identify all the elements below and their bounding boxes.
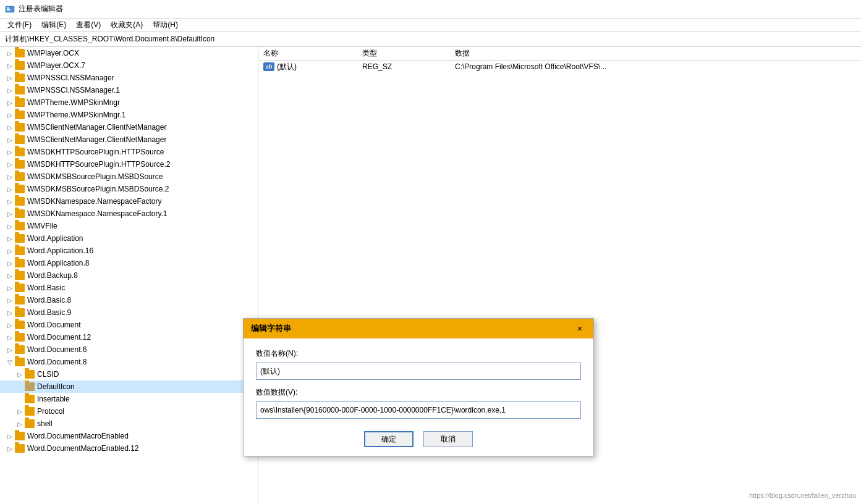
- expand-icon: ▷: [5, 233, 15, 243]
- folder-icon: [15, 444, 25, 453]
- tree-item-wordbasic[interactable]: ▷ Word.Basic: [0, 282, 258, 294]
- tree-item-wmsclient1[interactable]: ▷ WMSClientNetManager.ClientNetManager: [0, 121, 258, 133]
- expand-icon: ▷: [5, 61, 15, 70]
- dialog-cancel-button[interactable]: 取消: [423, 431, 473, 447]
- item-label: Word.Basic: [27, 284, 65, 292]
- tree-item-worddocmacro[interactable]: ▷ Word.DocumentMacroEnabled: [0, 430, 258, 442]
- tree-item-wordbackup[interactable]: ▷ Word.Backup.8: [0, 269, 258, 282]
- address-text: 计算机\HKEY_CLASSES_ROOT\Word.Document.8\De…: [5, 34, 214, 44]
- item-label: Insertable: [37, 395, 70, 403]
- folder-icon: [15, 271, 25, 280]
- tree-item-wordapp16[interactable]: ▷ Word.Application.16: [0, 245, 258, 257]
- tree-item-wmptheme[interactable]: ▷ WMPTheme.WMPSkinMngr: [0, 96, 258, 109]
- folder-icon: [15, 123, 25, 132]
- dialog-data-input[interactable]: [256, 401, 581, 419]
- tree-item-wmsdkhttp2[interactable]: ▷ WMSDKHTTPSourcePlugin.HTTPSource.2: [0, 158, 258, 170]
- expand-icon: ▷: [5, 295, 15, 305]
- tree-item-wmsdkns2[interactable]: ▷ WMSDKNamespace.NamespaceFactory.1: [0, 208, 258, 220]
- folder-icon: [25, 407, 35, 416]
- menu-help[interactable]: 帮助(H): [148, 19, 183, 32]
- title-text: 注册表编辑器: [19, 4, 63, 14]
- expand-icon: ▷: [5, 48, 15, 58]
- item-label: CLSID: [37, 370, 59, 379]
- tree-item-worddoc6[interactable]: ▷ Word.Document.6: [0, 343, 258, 356]
- item-label: WMPTheme.WMPSkinMngr: [27, 98, 120, 107]
- tree-item-wmsdkns1[interactable]: ▷ WMSDKNamespace.NamespaceFactory: [0, 195, 258, 208]
- dialog-confirm-button[interactable]: 确定: [364, 431, 414, 447]
- tree-item-protocol[interactable]: ▷ Protocol: [0, 405, 258, 418]
- tree-item-wmsdkhttp1[interactable]: ▷ WMSDKHTTPSourcePlugin.HTTPSource: [0, 146, 258, 158]
- tree-item-wmsclient2[interactable]: ▷ WMSClientNetManager.ClientNetManager: [0, 133, 258, 146]
- expand-icon: ▷: [5, 443, 15, 453]
- folder-icon: [15, 86, 25, 94]
- dialog-data-label: 数值数据(V):: [256, 387, 581, 398]
- cell-name-text: (默认): [277, 62, 297, 72]
- dialog-title: 编辑字符串: [251, 323, 291, 334]
- item-label: Word.Application: [27, 234, 83, 243]
- expand-icon: ▷: [15, 406, 25, 416]
- svg-rect-1: [7, 7, 9, 9]
- tree-item-wmsdkmsb2[interactable]: ▷ WMSDKMSBSourcePlugin.MSBDSource.2: [0, 183, 258, 195]
- table-row[interactable]: ab (默认) REG_SZ C:\Program Files\Microsof…: [258, 61, 861, 73]
- dialog-name-input[interactable]: [256, 363, 581, 380]
- title-bar: 注册表编辑器: [0, 0, 861, 19]
- item-label: Word.DocumentMacroEnabled: [27, 432, 129, 440]
- col-data: 数据: [450, 48, 861, 59]
- item-label: Word.Document.8: [27, 358, 87, 366]
- folder-icon: [15, 148, 25, 156]
- tree-item-wmptheme1[interactable]: ▷ WMPTheme.WMPSkinMngr.1: [0, 109, 258, 121]
- tree-item-wordapp[interactable]: ▷ Word.Application: [0, 232, 258, 245]
- tree-item-shell[interactable]: ▷ shell: [0, 418, 258, 430]
- item-label: WMSDKNamespace.NamespaceFactory.1: [27, 209, 168, 218]
- folder-icon: [15, 222, 25, 230]
- dialog-body: 数值名称(N): 数值数据(V): 确定 取消: [244, 338, 593, 456]
- tree-item-worddocmacro12[interactable]: ▷ Word.DocumentMacroEnabled.12: [0, 442, 258, 455]
- address-bar: 计算机\HKEY_CLASSES_ROOT\Word.Document.8\De…: [0, 32, 861, 47]
- ab-badge: ab: [263, 62, 274, 71]
- expand-icon: ▷: [5, 73, 15, 83]
- tree-item-wmpnssci[interactable]: ▷ WMPNSSCl.NSSManager: [0, 72, 258, 84]
- menu-file[interactable]: 文件(F): [2, 19, 36, 32]
- tree-item-defaulticon[interactable]: DefaultIcon: [0, 380, 258, 393]
- tree-item-wordbasic8[interactable]: ▷ Word.Basic.8: [0, 294, 258, 306]
- tree-item-worddoc12[interactable]: ▷ Word.Document.12: [0, 331, 258, 343]
- tree-item-clsid[interactable]: ▷ CLSID: [0, 368, 258, 380]
- item-label: WMSClientNetManager.ClientNetManager: [27, 135, 166, 144]
- item-label: WMPNSSCl.NSSManager: [27, 74, 114, 82]
- tree-scroll[interactable]: ▷ WMPlayer.OCX ▷ WMPlayer.OCX.7 ▷ WMPNSS…: [0, 47, 258, 504]
- tree-item-wordbasic9[interactable]: ▷ Word.Basic.9: [0, 306, 258, 319]
- expand-icon: ▷: [5, 271, 15, 280]
- folder-icon: [15, 135, 25, 144]
- folder-icon: [15, 61, 25, 70]
- menu-edit[interactable]: 编辑(E): [36, 19, 71, 32]
- col-type: 类型: [357, 48, 450, 59]
- item-label: WMSDKHTTPSourcePlugin.HTTPSource.2: [27, 160, 170, 169]
- app-icon: [5, 4, 15, 14]
- folder-icon: [15, 296, 25, 304]
- tree-item-wmplayer-ocx7[interactable]: ▷ WMPlayer.OCX.7: [0, 59, 258, 72]
- menu-bar: 文件(F) 编辑(E) 查看(V) 收藏夹(A) 帮助(H): [0, 19, 861, 32]
- tree-item-wordapp8[interactable]: ▷ Word.Application.8: [0, 257, 258, 269]
- tree-item-wmpnssci1[interactable]: ▷ WMPNSSCl.NSSManager.1: [0, 84, 258, 96]
- tree-item-worddoc8[interactable]: ▽ Word.Document.8: [0, 356, 258, 368]
- folder-icon: [25, 395, 35, 403]
- detail-header: 名称 类型 数据: [258, 47, 861, 61]
- folder-icon: [15, 333, 25, 342]
- edit-string-dialog[interactable]: 编辑字符串 × 数值名称(N): 数值数据(V): 确定 取消: [243, 318, 594, 456]
- cell-name: ab (默认): [261, 62, 360, 72]
- folder-icon: [15, 432, 25, 440]
- dialog-name-label: 数值名称(N):: [256, 348, 581, 359]
- item-label: WMPlayer.OCX: [27, 49, 79, 57]
- tree-item-wmsdkmsb1[interactable]: ▷ WMSDKMSBSourcePlugin.MSBDSource: [0, 170, 258, 183]
- item-label: WMSDKNamespace.NamespaceFactory: [27, 197, 161, 206]
- dialog-close-button[interactable]: ×: [574, 322, 586, 335]
- tree-item-wmvfile[interactable]: ▷ WMVFile: [0, 220, 258, 232]
- tree-pane: ▷ WMPlayer.OCX ▷ WMPlayer.OCX.7 ▷ WMPNSS…: [0, 47, 258, 504]
- tree-item-wmplayer-ocx[interactable]: ▷ WMPlayer.OCX: [0, 47, 258, 59]
- tree-item-insertable[interactable]: Insertable: [0, 393, 258, 405]
- menu-favorites[interactable]: 收藏夹(A): [106, 19, 148, 32]
- tree-item-worddoc[interactable]: ▷ Word.Document: [0, 319, 258, 331]
- item-label: WMSDKHTTPSourcePlugin.HTTPSource: [27, 148, 164, 156]
- menu-view[interactable]: 查看(V): [71, 19, 106, 32]
- item-label: Word.Document.12: [27, 333, 91, 342]
